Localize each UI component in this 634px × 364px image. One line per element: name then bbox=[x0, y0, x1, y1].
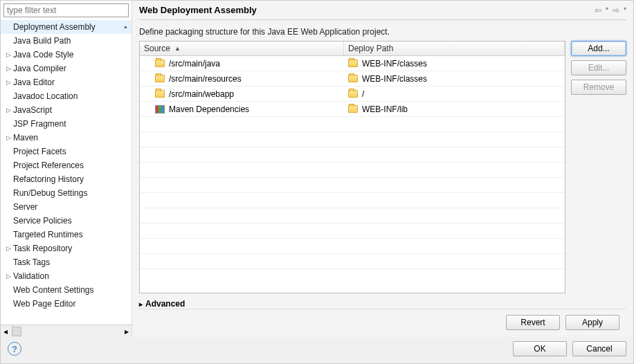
deploy-path: WEB-INF/lib bbox=[362, 104, 408, 114]
tree-item[interactable]: Server bbox=[1, 200, 132, 214]
tree-item[interactable]: Validation bbox=[1, 269, 132, 283]
scroll-right-icon[interactable]: ▸ bbox=[122, 327, 132, 336]
table-row-empty bbox=[140, 224, 565, 239]
category-tree[interactable]: Deployment AssemblyJava Build PathJava C… bbox=[1, 20, 132, 325]
dialog-footer: ? OK Cancel bbox=[1, 337, 633, 363]
table-row-empty bbox=[140, 132, 565, 147]
remove-button[interactable]: Remove bbox=[571, 80, 626, 95]
table-body[interactable]: /src/main/javaWEB-INF/classes/src/main/r… bbox=[140, 56, 565, 293]
scroll-thumb[interactable] bbox=[12, 327, 21, 336]
table-row-empty bbox=[140, 147, 565, 163]
tree-item[interactable]: Refactoring History bbox=[1, 172, 132, 186]
tree-item[interactable]: Targeted Runtimes bbox=[1, 228, 132, 242]
table-row-empty bbox=[140, 193, 565, 208]
back-menu-icon[interactable]: ▾ bbox=[606, 6, 608, 15]
table-header: Source ▲ Deploy Path bbox=[140, 42, 565, 56]
ok-button[interactable]: OK bbox=[513, 341, 567, 356]
assembly-table: Source ▲ Deploy Path /src/main/javaWEB-I… bbox=[139, 41, 565, 293]
deploy-path: WEB-INF/classes bbox=[362, 74, 427, 84]
filter-input[interactable] bbox=[3, 3, 129, 17]
folder-icon bbox=[348, 75, 358, 82]
tree-item[interactable]: Java Editor bbox=[1, 75, 132, 89]
add-button[interactable]: Add... bbox=[571, 41, 626, 56]
table-row-empty bbox=[140, 239, 565, 254]
table-row-empty bbox=[140, 178, 565, 193]
content-pane: Web Deployment Assembly ⇦ ▾ ⇨ ▾ Define p… bbox=[132, 1, 633, 337]
cancel-button[interactable]: Cancel bbox=[572, 341, 626, 356]
help-icon[interactable]: ? bbox=[8, 342, 21, 356]
forward-icon[interactable]: ⇨ bbox=[613, 6, 619, 15]
sidebar: Deployment AssemblyJava Build PathJava C… bbox=[1, 1, 132, 337]
page-title: Web Deployment Assembly bbox=[139, 5, 595, 15]
tree-item[interactable]: Maven bbox=[1, 131, 132, 145]
tree-item[interactable]: Deployment Assembly bbox=[1, 20, 132, 34]
tree-item[interactable]: Javadoc Location bbox=[1, 89, 132, 103]
tree-item[interactable]: Project References bbox=[1, 158, 132, 172]
folder-icon bbox=[348, 90, 358, 98]
folder-icon bbox=[155, 75, 165, 82]
folder-icon bbox=[348, 105, 358, 113]
column-source[interactable]: Source ▲ bbox=[140, 42, 344, 55]
tree-item[interactable]: Task Repository bbox=[1, 242, 132, 255]
back-icon[interactable]: ⇦ bbox=[595, 6, 601, 15]
table-row[interactable]: Maven DependenciesWEB-INF/lib bbox=[140, 102, 565, 117]
table-row-empty bbox=[140, 208, 565, 224]
folder-icon bbox=[155, 90, 165, 98]
source-path: /src/main/webapp bbox=[169, 89, 234, 99]
tree-item[interactable]: JavaScript bbox=[1, 103, 132, 117]
description-text: Define packaging structure for this Java… bbox=[139, 27, 626, 37]
source-path: /src/main/resources bbox=[169, 74, 242, 84]
table-row-empty bbox=[140, 254, 565, 269]
advanced-label: Advanced bbox=[145, 299, 185, 309]
tree-item[interactable]: Project Facets bbox=[1, 145, 132, 158]
side-buttons: Add... Edit... Remove bbox=[571, 41, 626, 293]
column-source-label: Source bbox=[144, 44, 170, 53]
table-row[interactable]: /src/main/resourcesWEB-INF/classes bbox=[140, 71, 565, 87]
folder-icon bbox=[155, 60, 165, 67]
tree-item[interactable]: Web Page Editor bbox=[1, 297, 132, 311]
edit-button[interactable]: Edit... bbox=[571, 60, 626, 75]
tree-item[interactable]: Java Build Path bbox=[1, 34, 132, 48]
tree-item[interactable]: Run/Debug Settings bbox=[1, 186, 132, 200]
nav-toolbar: ⇦ ▾ ⇨ ▾ bbox=[595, 6, 626, 15]
scroll-left-icon[interactable]: ◂ bbox=[1, 327, 10, 336]
tree-item[interactable]: JSP Fragment bbox=[1, 117, 132, 131]
column-deploy-label: Deploy Path bbox=[348, 44, 393, 53]
horizontal-scrollbar[interactable]: ◂ ▸ bbox=[1, 325, 132, 337]
folder-icon bbox=[348, 60, 358, 67]
deploy-path: WEB-INF/classes bbox=[362, 59, 427, 69]
tree-item[interactable]: Java Compiler bbox=[1, 62, 132, 75]
tree-item[interactable]: Task Tags bbox=[1, 255, 132, 269]
column-deploy[interactable]: Deploy Path bbox=[344, 42, 565, 55]
table-row[interactable]: /src/main/webapp/ bbox=[140, 87, 565, 102]
table-row[interactable]: /src/main/javaWEB-INF/classes bbox=[140, 56, 565, 71]
revert-button[interactable]: Revert bbox=[506, 315, 560, 330]
table-row-empty bbox=[140, 163, 565, 178]
tree-item[interactable]: Java Code Style bbox=[1, 48, 132, 62]
source-path: Maven Dependencies bbox=[169, 104, 249, 114]
tree-item[interactable]: Service Policies bbox=[1, 214, 132, 228]
tree-item[interactable]: Web Content Settings bbox=[1, 283, 132, 297]
library-icon bbox=[155, 105, 165, 113]
deploy-path: / bbox=[362, 89, 364, 99]
sort-asc-icon: ▲ bbox=[174, 45, 181, 52]
content-footer: Revert Apply bbox=[139, 309, 626, 333]
source-path: /src/main/java bbox=[169, 59, 220, 69]
apply-button[interactable]: Apply bbox=[565, 315, 619, 330]
forward-menu-icon[interactable]: ▾ bbox=[624, 6, 626, 15]
advanced-section[interactable]: Advanced bbox=[139, 299, 626, 309]
table-row-empty bbox=[140, 117, 565, 132]
